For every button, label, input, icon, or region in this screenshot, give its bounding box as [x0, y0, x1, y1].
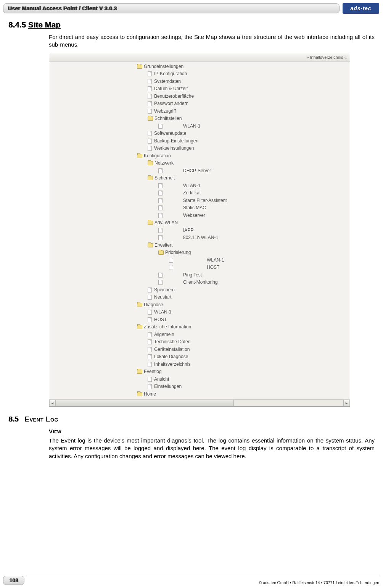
tree-page[interactable]: HOST: [137, 264, 350, 271]
tree-label: Priorisierung: [165, 249, 191, 257]
page-icon: [158, 205, 163, 210]
tree-folder[interactable]: Erweitert: [137, 242, 350, 249]
tree-label: Grundeinstellungen: [144, 63, 183, 71]
horizontal-scrollbar[interactable]: ◄ ►: [49, 399, 350, 406]
tree-label: Konfiguration: [144, 152, 171, 160]
tree-label: WLAN-1: [183, 123, 200, 130]
tree-page[interactable]: Technische Daten: [137, 338, 350, 346]
tree-page[interactable]: 802.11h WLAN-1: [137, 234, 350, 242]
tree-label: Schnittstellen: [154, 115, 182, 123]
tree-page[interactable]: WLAN-1: [137, 123, 350, 130]
tree-label: Neustart: [154, 294, 171, 301]
tree-page[interactable]: Ansicht: [137, 376, 350, 383]
scroll-thumb[interactable]: [56, 400, 234, 406]
tree-label: Allgemein: [154, 331, 174, 339]
tree-label: Sicherheit: [154, 174, 175, 182]
tree-label: WLAN-1: [207, 257, 224, 264]
tree-page[interactable]: Ping Test: [137, 271, 350, 279]
tree-page[interactable]: Allgemein: [137, 331, 350, 339]
scroll-left-icon[interactable]: ◄: [49, 400, 56, 406]
tree-page[interactable]: Client-Monitoring: [137, 279, 350, 286]
tree-page[interactable]: WLAN-1: [137, 182, 350, 190]
page-icon: [158, 168, 163, 173]
scroll-track[interactable]: [56, 400, 343, 406]
header-bar: User Manual Access Point / Client V 3.0.…: [3, 3, 379, 14]
section-title-2: Event Log: [24, 415, 58, 423]
tree-label: Speichern: [154, 286, 175, 294]
tree-label: Werkseinstellungen: [154, 145, 194, 152]
tree-page[interactable]: Softwareupdate: [137, 130, 350, 137]
tree-label: DHCP-Server: [183, 167, 211, 175]
folder-icon: [148, 161, 153, 165]
page-icon: [158, 235, 163, 240]
tree-folder[interactable]: Schnittstellen: [137, 115, 350, 123]
tree-label: Zertifikat: [183, 189, 201, 197]
scroll-right-icon[interactable]: ►: [343, 400, 350, 406]
tree-page[interactable]: Benutzeroberfläche: [137, 93, 350, 100]
tree-page[interactable]: Neustart: [137, 294, 350, 301]
tree-page[interactable]: Datum & Uhrzeit: [137, 85, 350, 93]
tree-folder[interactable]: Priorisierung: [137, 249, 350, 257]
section-number-2: 8.5: [8, 415, 18, 423]
tree-folder[interactable]: Diagnose: [137, 301, 350, 309]
tree-page[interactable]: Geräteinstallation: [137, 346, 350, 354]
sitemap-header-label: » Inhaltsverzeichnis «: [49, 53, 350, 61]
tree-label: Home: [144, 391, 156, 398]
tree-label: Zusätzliche Information: [144, 323, 191, 331]
tree-page[interactable]: Einstellungen: [137, 383, 350, 391]
tree-label: Geräteinstallation: [154, 346, 190, 354]
tree-page[interactable]: Starte Filter-Assistent: [137, 197, 350, 205]
folder-icon: [148, 116, 153, 121]
tree-label: Backup-Einstellungen: [154, 137, 198, 145]
tree-page[interactable]: DHCP-Server: [137, 167, 350, 175]
page-icon: [158, 273, 163, 278]
tree-label: Datum & Uhrzeit: [154, 85, 188, 93]
tree-page[interactable]: Passwort ändern: [137, 100, 350, 108]
tree-folder[interactable]: Netzwerk: [137, 160, 350, 167]
folder-icon: [137, 65, 142, 69]
tree-folder[interactable]: Home: [137, 391, 350, 398]
page-icon: [148, 310, 152, 315]
tree-folder[interactable]: Grundeinstellungen: [137, 63, 350, 71]
page-icon: [148, 71, 152, 76]
tree-page[interactable]: IP-Konfiguration: [137, 70, 350, 78]
page-icon: [158, 198, 163, 203]
tree-label: Static MAC: [183, 204, 206, 212]
tree-label: Webzugriff: [154, 108, 176, 115]
tree-label: Lokale Diagnose: [154, 353, 188, 361]
tree-page[interactable]: Werkseinstellungen: [137, 145, 350, 152]
tree-page[interactable]: Webserver: [137, 212, 350, 220]
footer-bar: 108 © ads-tec GmbH • Raiffeisenstr.14 • …: [3, 576, 379, 585]
tree-page[interactable]: IAPP: [137, 227, 350, 234]
tree-folder[interactable]: Zusätzliche Information: [137, 323, 350, 331]
tree-label: IAPP: [183, 227, 193, 234]
tree-page[interactable]: Backup-Einstellungen: [137, 137, 350, 145]
folder-icon: [137, 392, 142, 396]
page-icon: [148, 384, 152, 389]
footer-copyright: © ads-tec GmbH • Raiffeisenstr.14 • 7077…: [259, 577, 380, 585]
tree-folder[interactable]: Adv. WLAN: [137, 219, 350, 227]
tree-page[interactable]: Static MAC: [137, 204, 350, 212]
tree-page[interactable]: Speichern: [137, 286, 350, 294]
page-icon: [158, 183, 163, 188]
tree-page[interactable]: Systemdaten: [137, 78, 350, 86]
page-icon: [148, 94, 152, 99]
tree-folder[interactable]: Konfiguration: [137, 152, 350, 160]
tree-page[interactable]: Webzugriff: [137, 108, 350, 115]
tree-folder[interactable]: Eventlog: [137, 368, 350, 376]
tree-page[interactable]: WLAN-1: [137, 309, 350, 316]
folder-icon: [137, 370, 142, 374]
tree-page[interactable]: WLAN-1: [137, 257, 350, 264]
page-icon: [169, 265, 173, 270]
page-icon: [158, 124, 163, 129]
tree-folder[interactable]: Sicherheit: [137, 174, 350, 182]
page-icon: [158, 213, 163, 218]
tree-label: Webserver: [183, 212, 205, 220]
tree-page[interactable]: HOST: [137, 316, 350, 324]
tree-page[interactable]: Inhaltsverzeichnis: [137, 361, 350, 368]
folder-icon: [158, 250, 164, 255]
folder-icon: [148, 243, 153, 247]
tree-page[interactable]: Zertifikat: [137, 189, 350, 197]
tree-page[interactable]: Lokale Diagnose: [137, 353, 350, 361]
page-icon: [148, 109, 152, 114]
